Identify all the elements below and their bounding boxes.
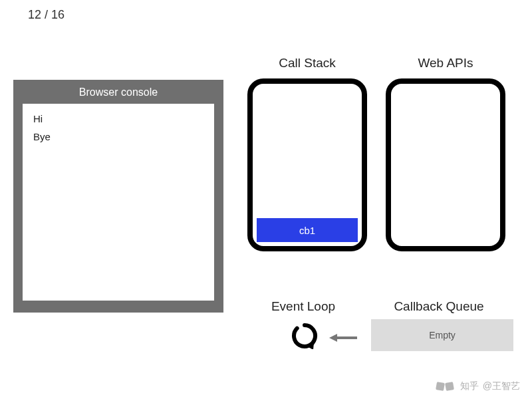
page-total: 16 [51, 8, 65, 21]
arrow-left-icon [329, 332, 358, 343]
callstack-box: cb1 [247, 78, 367, 251]
page-current: 12 [28, 8, 41, 21]
watermark-handle: @王智艺 [483, 380, 520, 392]
page-counter: 12 / 16 [28, 8, 65, 22]
console-title: Browser console [13, 80, 223, 104]
webapis-box [386, 78, 505, 251]
callbackqueue-title: Callback Queue [372, 299, 505, 314]
watermark: 知乎 @王智艺 [436, 380, 520, 392]
callback-queue-status: Empty [429, 330, 456, 340]
svg-marker-2 [329, 334, 337, 342]
webapis-title: Web APIs [386, 56, 505, 70]
callback-queue-box: Empty [371, 319, 513, 351]
console-line: Bye [33, 131, 203, 142]
stack-frame: cb1 [257, 218, 358, 242]
event-loop-icon [291, 323, 318, 349]
eventloop-title: Event Loop [250, 299, 356, 314]
console-line: Hi [33, 113, 203, 124]
console-body: Hi Bye [23, 104, 214, 301]
page-sep: / [45, 8, 51, 21]
watermark-brand: 知乎 [460, 380, 479, 392]
callstack-title: Call Stack [247, 56, 367, 70]
zhihu-logo-icon [436, 382, 456, 391]
browser-console-panel: Browser console Hi Bye [13, 80, 223, 313]
